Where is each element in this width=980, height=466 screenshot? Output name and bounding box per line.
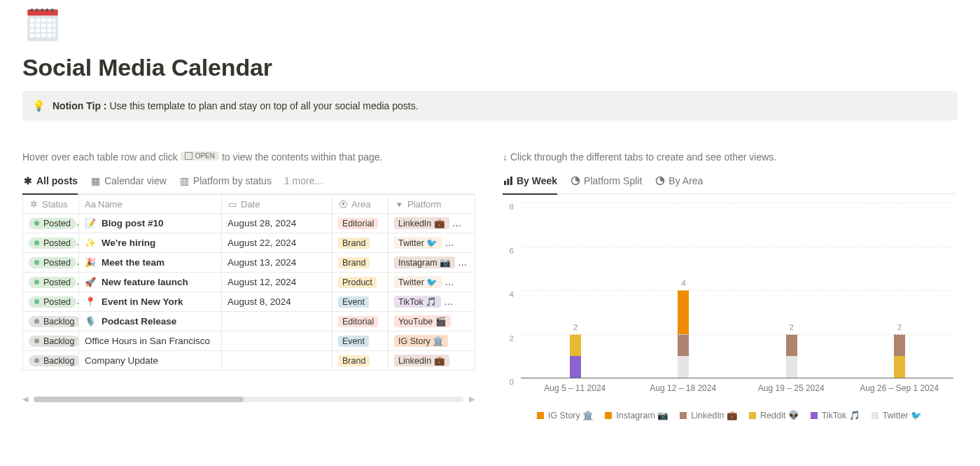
- legend-swatch: [537, 412, 544, 419]
- col-platform[interactable]: ▾Platform: [388, 195, 475, 214]
- row-platform[interactable]: LinkedIn 💼Red: [388, 214, 475, 233]
- table-row[interactable]: Posted📍Event in New YorkAugust 8, 2024Ev…: [23, 292, 475, 312]
- row-name[interactable]: 🚀New feature launch: [85, 277, 216, 287]
- col-status[interactable]: ✲Status: [23, 195, 79, 214]
- scroll-right-icon[interactable]: ▶: [469, 395, 475, 404]
- svg-rect-26: [53, 34, 56, 37]
- tab-more[interactable]: 1 more...: [284, 168, 323, 193]
- tab-all-posts[interactable]: ✱All posts: [22, 168, 78, 195]
- table-row[interactable]: Posted🎉Meet the teamAugust 13, 2024Brand…: [23, 253, 475, 273]
- bar-segment-reddit: [894, 356, 905, 378]
- table-row[interactable]: Posted🚀New feature launchAugust 12, 2024…: [23, 273, 475, 292]
- x-tick-label: Aug 12 – 18 2024: [629, 383, 738, 393]
- svg-rect-10: [47, 18, 51, 22]
- row-area[interactable]: Brand: [332, 351, 388, 371]
- stacked-bar[interactable]: [894, 334, 905, 378]
- status-pill: Backlog: [29, 316, 79, 327]
- stacked-bar[interactable]: [570, 334, 581, 378]
- svg-rect-7: [30, 18, 34, 22]
- bar-total-label: 2: [522, 323, 629, 331]
- table-row[interactable]: BacklogOffice Hours in San FranciscoEven…: [23, 331, 475, 351]
- status-pill: Posted: [29, 218, 76, 229]
- bar-total-label: 4: [629, 279, 737, 287]
- platform-tag: Twitter 🐦: [394, 237, 442, 249]
- table-row[interactable]: Backlog🎙️Podcast ReleaseEditorialYouTube…: [23, 312, 475, 331]
- legend-item[interactable]: LinkedIn 💼: [680, 410, 738, 420]
- row-date[interactable]: August 28, 2024: [222, 214, 332, 233]
- row-area[interactable]: Product: [332, 273, 388, 292]
- row-emoji-icon: 📍: [85, 296, 96, 307]
- table-row[interactable]: BacklogCompany UpdateBrandLinkedIn 💼: [23, 351, 475, 371]
- y-tick-label: 6: [510, 247, 514, 255]
- platform-tag: YouTube 🎬: [394, 315, 451, 327]
- name-icon: Aa: [85, 199, 94, 210]
- row-name[interactable]: 🎉Meet the team: [85, 257, 216, 268]
- row-date[interactable]: [222, 312, 332, 331]
- row-area[interactable]: Editorial: [332, 214, 388, 233]
- row-platform[interactable]: Twitter 🐦Linke: [388, 273, 475, 292]
- row-platform[interactable]: LinkedIn 💼: [388, 351, 475, 371]
- col-date[interactable]: ▭Date: [222, 195, 332, 214]
- tab-calendar-view[interactable]: ▦Calendar view: [90, 168, 167, 193]
- legend-item[interactable]: TikTok 🎵: [811, 410, 860, 420]
- area-tag: Product: [338, 277, 377, 288]
- status-pill: Backlog: [29, 336, 79, 347]
- tab-icon: [503, 175, 513, 186]
- row-area[interactable]: Event: [332, 292, 388, 312]
- tab-by-area[interactable]: By Area: [654, 168, 703, 193]
- tab-platform-split[interactable]: Platform Split: [570, 168, 642, 193]
- row-area[interactable]: Event: [332, 331, 388, 351]
- svg-rect-8: [36, 18, 40, 22]
- row-area[interactable]: Brand: [332, 253, 388, 273]
- scroll-track[interactable]: [34, 397, 463, 402]
- row-name[interactable]: 🎙️Podcast Release: [85, 316, 216, 327]
- legend-item[interactable]: Instagram 📷: [605, 410, 668, 420]
- row-date[interactable]: August 8, 2024: [222, 292, 332, 312]
- row-name[interactable]: 📝Blog post #10: [85, 218, 216, 228]
- table-row[interactable]: Posted✨We're hiringAugust 22, 2024BrandT…: [23, 233, 475, 253]
- scroll-thumb[interactable]: [34, 397, 244, 402]
- row-date[interactable]: [222, 351, 332, 371]
- row-date[interactable]: August 13, 2024: [222, 253, 332, 273]
- row-name[interactable]: Office Hours in San Francisco: [85, 336, 216, 346]
- row-name[interactable]: 📍Event in New York: [85, 296, 216, 307]
- table-row[interactable]: Posted📝Blog post #10August 28, 2024Edito…: [23, 214, 475, 233]
- bar-segment-reddit: [570, 334, 581, 356]
- legend-item[interactable]: Reddit 👽: [749, 410, 799, 420]
- bar-segment-tiktok: [570, 356, 581, 378]
- stacked-bar[interactable]: [786, 334, 797, 378]
- row-platform[interactable]: YouTube 🎬: [388, 312, 475, 331]
- tab-platform-by-status[interactable]: ▥Platform by status: [179, 168, 272, 193]
- col-area[interactable]: ⦿Area: [332, 195, 388, 214]
- row-platform[interactable]: IG Story 🏛️: [388, 331, 475, 351]
- legend-item[interactable]: IG Story 🏛️: [537, 410, 594, 420]
- y-tick-label: 8: [510, 203, 514, 211]
- area-tag: Event: [338, 296, 369, 308]
- scroll-left-icon[interactable]: ◀: [22, 395, 28, 404]
- page-title[interactable]: Social Media Calendar: [22, 54, 958, 81]
- row-date[interactable]: August 22, 2024: [222, 233, 332, 253]
- legend-swatch: [872, 412, 878, 419]
- legend-swatch: [605, 412, 612, 419]
- chart: 02468 2422 Aug 5 – 11 2024Aug 12 – 18 20…: [503, 203, 956, 406]
- row-platform[interactable]: Instagram 📷IG: [388, 253, 475, 273]
- row-platform[interactable]: Twitter 🐦Linke: [388, 233, 475, 253]
- svg-rect-27: [504, 181, 506, 185]
- row-name[interactable]: ✨We're hiring: [85, 238, 216, 248]
- row-platform[interactable]: TikTok 🎵Reddi: [388, 292, 475, 312]
- bar-total-label: 2: [846, 323, 953, 331]
- platform-tag: IG Story 🏛️: [394, 335, 448, 347]
- tab-by-week[interactable]: By Week: [503, 168, 557, 195]
- col-name[interactable]: AaName: [79, 195, 222, 214]
- row-area[interactable]: Editorial: [332, 312, 388, 331]
- horizontal-scrollbar[interactable]: ◀ ▶: [22, 395, 475, 404]
- bar-total-label: 2: [738, 323, 846, 331]
- legend-item[interactable]: Twitter 🐦: [872, 410, 922, 420]
- platform-tag: Instagram 📷: [394, 256, 455, 268]
- row-name[interactable]: Company Update: [85, 355, 216, 366]
- row-emoji-icon: 📝: [85, 218, 96, 228]
- row-date[interactable]: [222, 331, 332, 351]
- row-date[interactable]: August 12, 2024: [222, 273, 332, 292]
- row-area[interactable]: Brand: [332, 233, 388, 253]
- bar-segment-twitter: [786, 356, 797, 378]
